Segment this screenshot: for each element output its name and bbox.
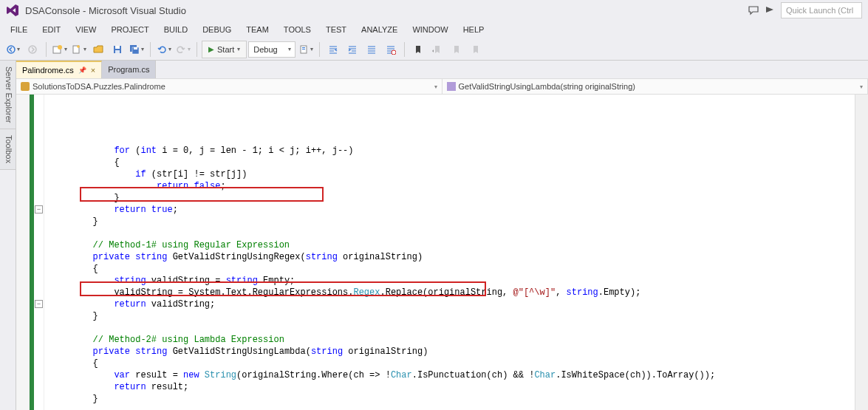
svg-rect-13 [302,49,305,49]
file-tab[interactable]: Palindrome.cs📌× [16,61,102,78]
indent-left-button[interactable] [324,41,342,58]
start-debug-button[interactable]: ▶ Start ▾ [202,41,247,58]
close-icon[interactable]: × [91,66,95,75]
navigation-bar: SolutionsToDSA.Puzzles.Palindrome GetVal… [16,78,868,95]
menu-test[interactable]: TEST [318,23,354,36]
code-line: var result = new String(originalString.W… [50,369,855,381]
feedback-icon[interactable] [745,2,762,18]
code-line: private string GetValidStringUsingRegex(… [50,251,855,263]
menu-team[interactable]: TEAM [239,23,276,36]
code-line: string validString = string.Empty; [50,275,855,287]
side-tab-toolbox[interactable]: Toolbox [0,129,16,170]
svg-point-14 [392,50,396,55]
collapse-toggle[interactable]: − [35,205,43,213]
new-project-button[interactable] [51,41,69,58]
save-all-button[interactable] [128,41,146,58]
nav-class-label: SolutionsToDSA.Puzzles.Palindrome [33,82,165,91]
code-line: } [50,393,855,405]
title-bar: DSAConsole - Microsoft Visual Studio Qui… [0,0,868,21]
code-line: return true; [50,204,855,216]
editor-area: Palindrome.cs📌×Program.cs SolutionsToDSA… [16,61,868,410]
vs-logo-icon [6,4,19,17]
svg-rect-12 [302,47,305,48]
code-line: if (str[i] != str[j]) [50,168,855,180]
nav-forward-button[interactable] [24,41,41,58]
clear-bookmarks-button[interactable] [467,41,485,58]
glyph-margin [16,95,30,410]
code-line: { [50,358,855,369]
menu-help[interactable]: HELP [456,23,492,36]
menu-edit[interactable]: EDIT [35,23,68,36]
prev-bookmark-button[interactable] [428,41,446,58]
open-file-button[interactable] [89,41,107,58]
uncomment-button[interactable] [382,41,400,58]
svg-point-1 [29,46,36,53]
menu-debug[interactable]: DEBUG [195,23,239,36]
outline-margin: − − [34,95,44,410]
code-line: return validString; [50,298,855,310]
menu-tools[interactable]: TOOLS [276,23,318,36]
menu-bar: FILEEDITVIEWPROJECTBUILDDEBUGTEAMTOOLSTE… [0,21,868,38]
comment-button[interactable] [363,41,380,58]
flag-icon[interactable] [762,2,778,18]
platform-button[interactable] [297,41,315,58]
redo-button[interactable] [174,41,192,58]
indent-right-button[interactable] [344,41,361,58]
nav-member-label: GetValidStringUsingLambda(string origina… [459,82,635,91]
nav-member-combo[interactable]: GetValidStringUsingLambda(string origina… [442,79,869,94]
code-line: } [50,192,855,204]
config-combo[interactable]: Debug [248,41,295,58]
code-line [50,405,855,410]
menu-view[interactable]: VIEW [68,23,103,36]
vertical-scrollbar[interactable] [855,95,868,410]
code-line: } [50,216,855,228]
code-line [50,228,855,239]
side-tab-well: Server ExplorerToolbox [0,61,16,410]
file-tab-label: Palindrome.cs [22,66,74,75]
file-tab-label: Program.cs [108,65,149,74]
menu-window[interactable]: WINDOW [405,23,455,36]
svg-point-3 [58,45,62,49]
add-item-button[interactable] [70,41,88,58]
start-label: Start [217,45,234,54]
pin-icon[interactable]: 📌 [78,66,86,74]
side-tab-server-explorer[interactable]: Server Explorer [0,61,16,129]
svg-rect-6 [115,46,120,49]
code-line: } [50,310,855,322]
code-editor[interactable]: − − for (int i = 0, j = len - 1; i < j; … [16,95,868,410]
menu-file[interactable]: FILE [3,23,35,36]
code-line: // Method-1# using Regular Expression [50,239,855,251]
code-line: private string GetValidStringUsingLambda… [50,346,855,358]
code-line [50,322,855,334]
nav-back-button[interactable] [4,41,22,58]
save-button[interactable] [109,41,126,58]
code-text[interactable]: for (int i = 0, j = len - 1; i < j; i++,… [44,95,855,410]
collapse-toggle[interactable]: − [35,300,43,308]
code-line: for (int i = 0, j = len - 1; i < j; i++,… [50,145,855,157]
svg-rect-7 [115,50,120,53]
method-icon [447,82,456,91]
bookmark-button[interactable] [409,41,427,58]
nav-class-combo[interactable]: SolutionsToDSA.Puzzles.Palindrome [16,79,442,94]
config-label: Debug [253,45,277,54]
svg-rect-10 [134,47,137,49]
code-line: { [50,263,855,275]
menu-build[interactable]: BUILD [157,23,195,36]
code-line: // Method-2# using Lambda Expression [50,334,855,346]
menu-analyze[interactable]: ANALYZE [354,23,405,36]
code-line: return result; [50,381,855,393]
undo-button[interactable] [155,41,173,58]
file-tab-strip: Palindrome.cs📌×Program.cs [16,61,868,78]
window-title: DSAConsole - Microsoft Visual Studio [25,5,186,16]
toolbar: ▶ Start ▾ Debug [0,38,868,61]
next-bookmark-button[interactable] [448,41,465,58]
play-icon: ▶ [208,45,214,53]
code-line: { [50,157,855,168]
menu-project[interactable]: PROJECT [103,23,156,36]
svg-point-0 [7,46,15,53]
code-line: validString = System.Text.RegularExpress… [50,287,855,298]
quick-launch-input[interactable]: Quick Launch (Ctrl [781,2,862,18]
quick-launch-placeholder: Quick Launch (Ctrl [786,6,853,15]
file-tab[interactable]: Program.cs [102,61,156,78]
class-icon [21,82,30,91]
